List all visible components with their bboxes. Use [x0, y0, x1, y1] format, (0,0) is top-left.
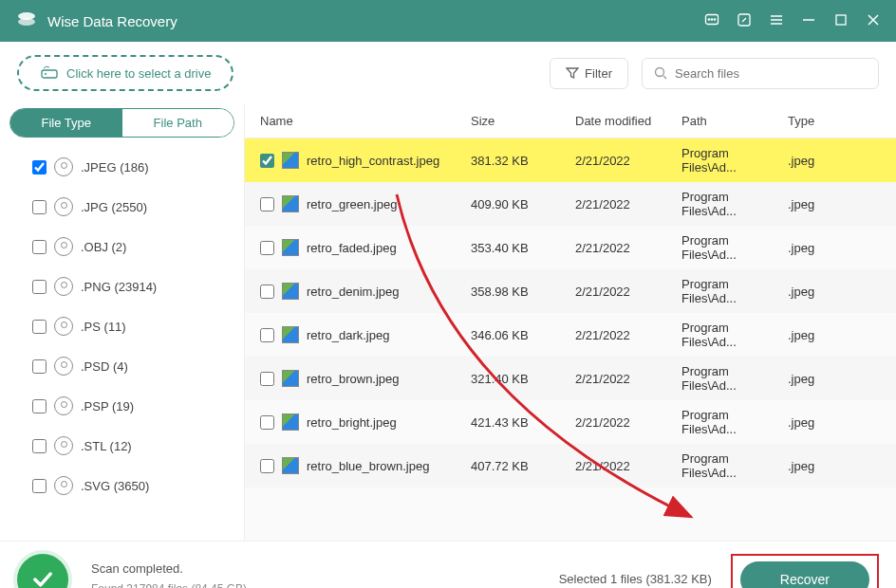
type-item[interactable]: .PNG (23914)	[4, 266, 240, 306]
file-thumbnail-icon	[282, 195, 299, 212]
row-checkbox[interactable]	[260, 372, 274, 386]
main: File Type File Path .JPEG (186) .JPG (25…	[0, 104, 896, 541]
search-box[interactable]	[642, 58, 879, 89]
close-icon[interactable]	[866, 12, 881, 30]
type-item[interactable]: .SVG (3650)	[4, 466, 240, 505]
file-size: 346.06 KB	[463, 319, 568, 352]
file-type: .jpeg	[780, 275, 847, 308]
type-checkbox[interactable]	[32, 240, 47, 254]
edit-icon[interactable]	[737, 12, 752, 30]
status-detail: Found 317984 files (84.45 GB)	[91, 579, 247, 588]
file-type: .jpeg	[780, 144, 847, 177]
table-row[interactable]: retro_high_contrast.jpeg 381.32 KB 2/21/…	[245, 138, 896, 182]
person-icon	[54, 317, 73, 336]
table-row[interactable]: retro_bright.jpeg 421.43 KB 2/21/2022 Pr…	[245, 400, 896, 444]
file-date: 2/21/2022	[568, 450, 674, 483]
type-label: .PNG (23914)	[81, 280, 157, 294]
table-row[interactable]: retro_blue_brown.jpeg 407.72 KB 2/21/202…	[245, 444, 896, 487]
type-checkbox[interactable]	[32, 359, 47, 374]
type-item[interactable]: .JPEG (186)	[4, 147, 240, 187]
file-path: Program Files\Ad...	[674, 355, 780, 402]
sidebar-tabs: File Type File Path	[9, 108, 234, 138]
type-item[interactable]: .PSD (4)	[4, 346, 240, 386]
type-checkbox[interactable]	[32, 399, 47, 413]
row-checkbox[interactable]	[260, 285, 274, 299]
type-item[interactable]: .PS (11)	[4, 306, 240, 346]
col-type[interactable]: Type	[780, 104, 847, 138]
type-checkbox[interactable]	[32, 160, 47, 175]
type-label: .PSD (4)	[81, 359, 128, 374]
minimize-icon[interactable]	[801, 12, 816, 30]
menu-icon[interactable]	[769, 12, 784, 30]
type-checkbox[interactable]	[32, 439, 47, 453]
row-checkbox[interactable]	[260, 241, 274, 255]
checkmark-icon	[29, 566, 56, 589]
file-thumbnail-icon	[282, 152, 299, 169]
file-table: Name Size Date modified Path Type retro_…	[245, 104, 896, 541]
type-item[interactable]: .STL (12)	[4, 426, 240, 466]
type-checkbox[interactable]	[32, 280, 47, 294]
maximize-icon[interactable]	[833, 12, 849, 30]
file-name: retro_brown.jpeg	[307, 372, 400, 386]
tab-file-type[interactable]: File Type	[10, 109, 122, 137]
svg-point-4	[711, 18, 712, 19]
file-date: 2/21/2022	[568, 144, 674, 177]
table-row[interactable]: retro_denim.jpeg 358.98 KB 2/21/2022 Pro…	[245, 269, 896, 313]
file-name: retro_dark.jpeg	[307, 328, 389, 342]
type-checkbox[interactable]	[32, 479, 47, 493]
row-checkbox[interactable]	[260, 197, 274, 211]
select-drive-button[interactable]: Click here to select a drive	[17, 55, 233, 91]
search-input[interactable]	[675, 66, 867, 81]
table-row[interactable]: retro_brown.jpeg 321.40 KB 2/21/2022 Pro…	[245, 357, 896, 400]
file-thumbnail-icon	[282, 370, 299, 387]
file-thumbnail-icon	[282, 239, 299, 256]
svg-point-16	[656, 68, 664, 77]
row-checkbox[interactable]	[260, 459, 274, 473]
col-path[interactable]: Path	[674, 104, 780, 138]
type-label: .PS (11)	[81, 320, 126, 334]
person-icon	[54, 197, 73, 216]
col-size[interactable]: Size	[463, 104, 568, 138]
type-checkbox[interactable]	[32, 200, 47, 214]
feedback-icon[interactable]	[704, 12, 719, 30]
type-label: .STL (12)	[81, 439, 132, 453]
type-checkbox[interactable]	[32, 320, 47, 334]
table-row[interactable]: retro_green.jpeg 409.90 KB 2/21/2022 Pro…	[245, 182, 896, 226]
svg-point-15	[45, 73, 47, 75]
toolbar: Click here to select a drive Filter	[0, 42, 896, 104]
table-row[interactable]: retro_dark.jpeg 346.06 KB 2/21/2022 Prog…	[245, 313, 896, 357]
file-type: .jpeg	[780, 319, 847, 352]
row-checkbox[interactable]	[260, 415, 274, 430]
file-path: Program Files\Ad...	[674, 138, 780, 184]
person-icon	[54, 357, 73, 376]
type-label: .OBJ (2)	[81, 240, 126, 254]
file-type: .jpeg	[780, 362, 847, 395]
col-name[interactable]: Name	[245, 104, 463, 138]
file-size: 321.40 KB	[463, 362, 568, 395]
table-body: retro_high_contrast.jpeg 381.32 KB 2/21/…	[245, 138, 896, 541]
file-path: Program Files\Ad...	[674, 180, 780, 228]
svg-point-3	[708, 18, 709, 19]
person-icon	[54, 277, 73, 296]
row-checkbox[interactable]	[260, 328, 274, 342]
type-list: .JPEG (186) .JPG (2550) .OBJ (2) .PNG (2…	[0, 147, 244, 541]
type-label: .PSP (19)	[81, 399, 134, 413]
file-path: Program Files\Ad...	[674, 267, 780, 315]
col-date[interactable]: Date modified	[568, 104, 674, 138]
tab-file-path[interactable]: File Path	[122, 109, 234, 137]
recover-button[interactable]: Recover	[740, 561, 869, 589]
type-item[interactable]: .OBJ (2)	[4, 227, 240, 266]
search-icon	[654, 66, 667, 80]
file-date: 2/21/2022	[568, 319, 674, 352]
type-item[interactable]: .PSP (19)	[4, 386, 240, 426]
filter-button[interactable]: Filter	[550, 58, 628, 89]
type-item[interactable]: .JPG (2550)	[4, 187, 240, 227]
file-date: 2/21/2022	[568, 231, 674, 265]
file-type: .jpeg	[780, 406, 847, 439]
table-row[interactable]: retro_faded.jpeg 353.40 KB 2/21/2022 Pro…	[245, 226, 896, 269]
filter-label: Filter	[585, 66, 612, 81]
file-thumbnail-icon	[282, 457, 299, 474]
type-label: .JPEG (186)	[81, 160, 149, 175]
file-thumbnail-icon	[282, 283, 299, 300]
row-checkbox[interactable]	[260, 154, 274, 168]
